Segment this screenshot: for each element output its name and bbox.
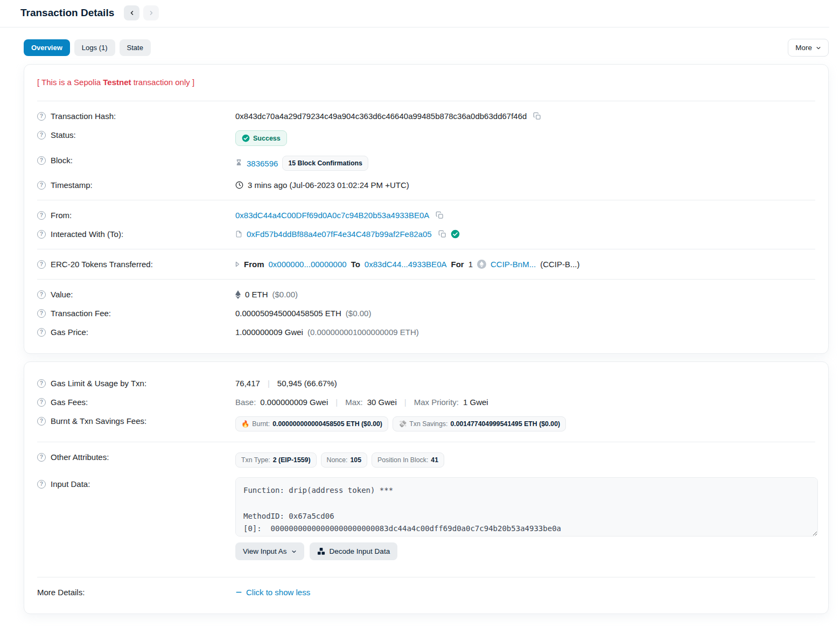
hourglass-icon	[235, 159, 242, 168]
position-in-block-badge: Position In Block: 41	[372, 452, 444, 468]
row-input-data: ? Input Data: Function: drip(address tok…	[37, 472, 815, 565]
erc20-label: ERC-20 Tokens Transferred:	[51, 260, 153, 269]
copy-to-button[interactable]	[438, 230, 446, 238]
divider	[37, 279, 815, 280]
more-button[interactable]: More	[788, 39, 829, 57]
copy-from-button[interactable]	[436, 211, 444, 219]
nonce-value: 105	[350, 456, 361, 464]
value-amount: 0 ETH	[245, 290, 268, 299]
from-label: From:	[51, 211, 72, 220]
block-label: Block:	[51, 156, 73, 165]
max-fee-label: Max:	[345, 398, 363, 407]
tab-overview[interactable]: Overview	[24, 39, 70, 56]
row-interacted-with: ? Interacted With (To): 0xFd57b4ddBf88a4…	[37, 225, 815, 243]
chevron-down-icon	[291, 549, 297, 554]
separator: |	[332, 398, 341, 407]
burnt-value: 0.000000000000458505 ETH ($0.00)	[272, 420, 382, 428]
help-icon[interactable]: ?	[37, 328, 46, 337]
gas-price-eth: (0.000000001000000009 ETH)	[307, 328, 419, 337]
copy-icon	[438, 230, 446, 238]
nonce-badge: Nonce: 105	[321, 452, 368, 468]
cubes-icon	[317, 547, 325, 555]
prev-transaction-button[interactable]	[124, 5, 139, 20]
row-gas-price: ? Gas Price: 1.000000009 Gwei (0.0000000…	[37, 323, 815, 342]
help-icon[interactable]: ?	[37, 309, 46, 318]
copy-icon	[533, 112, 541, 120]
help-icon[interactable]: ?	[37, 480, 46, 489]
help-icon[interactable]: ?	[37, 398, 46, 407]
tab-state[interactable]: State	[120, 39, 151, 56]
more-button-label: More	[795, 44, 812, 52]
caret-right-icon	[235, 261, 240, 267]
tab-logs[interactable]: Logs (1)	[74, 39, 115, 56]
burnt-badge: 🔥 Burnt: 0.000000000000458505 ETH ($0.00…	[235, 416, 388, 431]
help-icon[interactable]: ?	[37, 112, 46, 121]
to-address-link[interactable]: 0xFd57b4ddBf88a4e07fF4e34C487b99af2Fe82a…	[247, 229, 432, 239]
input-data-actions: View Input As Decode Input Data	[235, 542, 818, 560]
help-icon[interactable]: ?	[37, 379, 46, 388]
gas-limit-label: Gas Limit & Usage by Txn:	[51, 379, 146, 388]
token-icon	[477, 260, 486, 269]
txn-type-label: Txn Type:	[241, 456, 270, 464]
help-icon[interactable]: ?	[37, 181, 46, 190]
gas-price-gwei: 1.000000009 Gwei	[235, 328, 303, 337]
from-address-link[interactable]: 0x83dC44a4C00DFf69d0A0c7c94B20b53a4933BE…	[235, 211, 429, 220]
status-text: Success	[253, 135, 281, 142]
gas-price-label: Gas Price:	[51, 328, 88, 337]
show-less-link[interactable]: Click to show less	[235, 588, 310, 597]
interacted-with-label: Interacted With (To):	[51, 229, 123, 239]
minus-icon	[235, 589, 242, 596]
tabs: Overview Logs (1) State	[24, 39, 151, 56]
input-data-textarea[interactable]: Function: drip(address token) *** Method…	[235, 477, 818, 537]
txn-savings-value: 0.001477404999541495 ETH ($0.00)	[450, 420, 560, 428]
view-input-as-button[interactable]: View Input As	[235, 542, 304, 560]
overview-card: [ This is a Sepolia Testnet transaction …	[24, 64, 829, 354]
erc20-token-link[interactable]: CCIP-BnM...	[491, 260, 536, 269]
next-transaction-button[interactable]	[143, 5, 159, 20]
other-attributes-label: Other Attributes:	[51, 452, 109, 462]
gas-usage-value: 50,945 (66.67%)	[277, 379, 337, 388]
help-icon[interactable]: ?	[37, 260, 46, 269]
separator: |	[401, 398, 410, 407]
base-fee-value: 0.000000009 Gwei	[260, 398, 328, 407]
erc20-from-address[interactable]: 0x000000...00000000	[269, 260, 347, 269]
show-less-text: Click to show less	[246, 588, 310, 597]
block-confirmations-badge: 15 Block Confirmations	[282, 156, 368, 171]
page-header: Transaction Details	[0, 0, 829, 27]
row-timestamp: ? Timestamp: 3 mins ago (Jul-06-2023 01:…	[37, 176, 815, 194]
help-icon[interactable]: ?	[37, 131, 46, 140]
help-icon[interactable]: ?	[37, 290, 46, 299]
gas-limit-value: 76,417	[235, 379, 260, 388]
nonce-label: Nonce:	[327, 456, 348, 464]
status-badge: Success	[235, 130, 287, 146]
copy-hash-button[interactable]	[533, 112, 541, 120]
burnt-fees-label: Burnt & Txn Savings Fees:	[51, 416, 146, 426]
row-gas-limit: ? Gas Limit & Usage by Txn: 76,417 | 50,…	[37, 374, 815, 393]
help-icon[interactable]: ?	[37, 156, 46, 165]
transaction-hash-label: Transaction Hash:	[51, 112, 116, 121]
help-icon[interactable]: ?	[37, 211, 46, 220]
help-icon[interactable]: ?	[37, 230, 46, 239]
transaction-fee-label: Transaction Fee:	[51, 309, 111, 318]
block-number-link[interactable]: 3836596	[247, 159, 278, 168]
verified-contract-icon	[451, 229, 460, 239]
copy-icon	[436, 211, 444, 219]
chevron-left-icon	[129, 10, 135, 16]
max-priority-label: Max Priority:	[414, 398, 459, 407]
help-icon[interactable]: ?	[37, 417, 46, 426]
erc20-to-address[interactable]: 0x83dC44...4933BE0A	[365, 260, 447, 269]
help-icon[interactable]: ?	[37, 453, 46, 462]
max-priority-value: 1 Gwei	[463, 398, 488, 407]
row-erc20-transfers: ? ERC-20 Tokens Transferred: From 0x0000…	[37, 255, 815, 274]
decode-input-data-label: Decode Input Data	[330, 547, 390, 555]
row-from: ? From: 0x83dC44a4C00DFf69d0A0c7c94B20b5…	[37, 206, 815, 225]
status-label: Status:	[51, 130, 76, 140]
tabs-row: Overview Logs (1) State More	[24, 39, 829, 57]
decode-input-data-button[interactable]: Decode Input Data	[310, 542, 398, 560]
erc20-from-word: From	[244, 260, 264, 269]
row-more-details: More Details: Click to show less	[37, 583, 815, 602]
row-transaction-hash: ? Transaction Hash: 0x843dc70a4a29d79234…	[37, 107, 815, 126]
transaction-fee-usd: ($0.00)	[346, 309, 372, 318]
row-gas-fees: ? Gas Fees: Base: 0.000000009 Gwei | Max…	[37, 393, 815, 412]
divider	[37, 200, 815, 200]
